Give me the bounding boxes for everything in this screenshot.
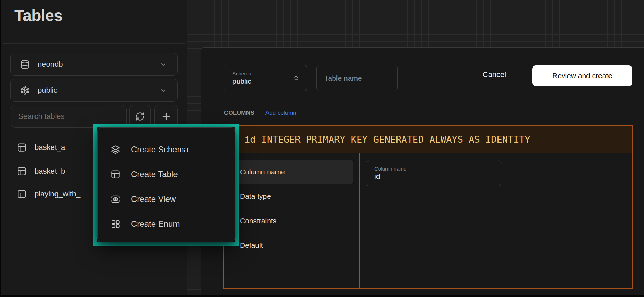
plus-icon <box>161 111 172 122</box>
layers-icon <box>110 144 121 155</box>
highlight-box: Create Schema Create Table <box>93 124 239 246</box>
database-icon <box>20 59 30 70</box>
table-name-label: basket_b <box>34 167 65 176</box>
prop-label: Data type <box>240 192 271 201</box>
prop-row-default[interactable]: Default <box>230 234 353 257</box>
column-sql-text: id INTEGER PRIMARY KEY GENERATED ALWAYS … <box>244 134 530 145</box>
database-select-value: neondb <box>38 60 63 69</box>
schema-select[interactable]: Schema public <box>224 65 307 91</box>
table-name-input[interactable] <box>316 65 398 91</box>
menu-item-create-table[interactable]: Create Table <box>98 162 235 187</box>
column-name-input-value: id <box>374 172 492 181</box>
schema-icon <box>20 85 30 95</box>
schema-select-sidebar[interactable]: public <box>10 79 178 102</box>
column-sql-row[interactable]: id INTEGER PRIMARY KEY GENERATED ALWAYS … <box>224 126 632 153</box>
cancel-button[interactable]: Cancel <box>475 70 513 79</box>
column-name-input-label: Column name <box>374 166 492 172</box>
columns-title: COLUMNS <box>224 110 254 116</box>
column-props-list: Column name Data type Constraints Defaul… <box>224 153 360 288</box>
sidebar-title: Tables <box>14 6 62 25</box>
window-left-edge <box>0 0 1 297</box>
prop-label: Constraints <box>240 217 276 225</box>
menu-item-label: Create Enum <box>131 219 180 229</box>
prop-row-data-type[interactable]: Data type <box>230 185 353 208</box>
chevron-down-icon <box>159 86 168 94</box>
table-icon <box>17 166 27 176</box>
window-bottom-edge <box>0 295 644 297</box>
schema-select-value: public <box>232 77 251 85</box>
create-table-panel: Schema public Cancel Review and create C… <box>201 47 644 295</box>
grid-2x2-icon <box>110 219 121 229</box>
create-menu: Create Schema Create Table <box>97 127 235 242</box>
chevrons-up-down-icon <box>292 74 300 82</box>
app-window: Tables neondb <box>0 0 644 297</box>
column-name-input[interactable]: Column name id <box>366 160 501 186</box>
sidebar-divider <box>3 43 185 44</box>
table-icon <box>17 142 27 153</box>
view-eye-icon <box>110 194 121 204</box>
menu-item-create-enum[interactable]: Create Enum <box>98 212 235 236</box>
refresh-icon <box>135 112 145 121</box>
add-column-link[interactable]: Add column <box>265 110 296 116</box>
column-detail-pane: Column name id <box>360 153 632 288</box>
menu-item-create-schema[interactable]: Create Schema <box>98 137 235 162</box>
menu-item-create-view[interactable]: Create View <box>98 187 235 212</box>
chevron-down-icon <box>159 60 168 69</box>
table-icon <box>17 189 27 199</box>
schema-select-label: Schema <box>232 71 251 76</box>
menu-item-label: Create Schema <box>131 145 189 154</box>
table-icon <box>110 169 121 180</box>
schema-select-sidebar-value: public <box>38 86 57 95</box>
table-name-label: playing_with_ <box>34 190 80 198</box>
columns-section: id INTEGER PRIMARY KEY GENERATED ALWAYS … <box>223 125 633 289</box>
prop-row-constraints[interactable]: Constraints <box>230 209 353 233</box>
prop-row-column-name[interactable]: Column name <box>230 160 353 184</box>
menu-item-label: Create View <box>131 194 176 204</box>
prop-label: Column name <box>240 168 285 176</box>
columns-header: COLUMNS Add column <box>224 110 296 116</box>
review-and-create-button[interactable]: Review and create <box>532 65 632 86</box>
prop-label: Default <box>240 241 263 249</box>
menu-item-label: Create Table <box>131 170 178 179</box>
table-name-label: basket_a <box>34 143 65 152</box>
database-select[interactable]: neondb <box>10 53 178 76</box>
column-editor: Column name Data type Constraints Defaul… <box>224 153 632 288</box>
